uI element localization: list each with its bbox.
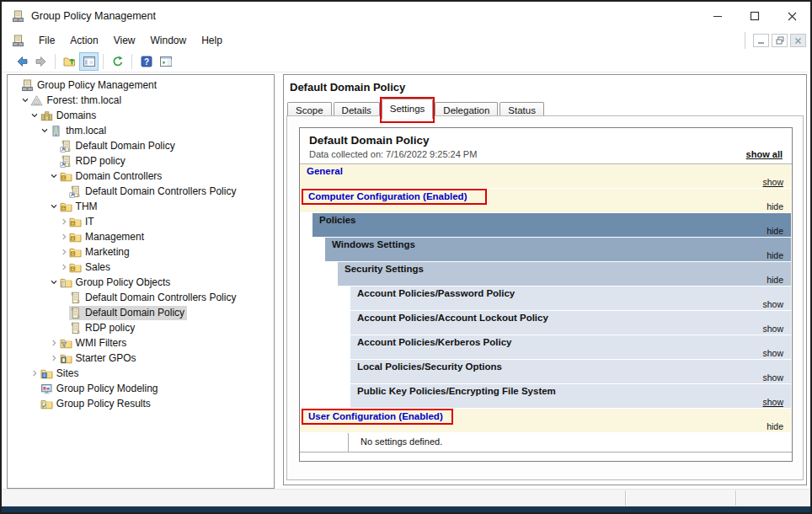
gp-results-folder-icon (40, 398, 54, 410)
chevron-down-icon[interactable] (49, 170, 60, 182)
maximize-button[interactable] (736, 2, 773, 30)
wmi-folder-icon (60, 337, 73, 350)
tree-item[interactable]: Group Policy Management (8, 78, 274, 93)
hide-link[interactable]: hide (767, 226, 783, 236)
menu-help[interactable]: Help (194, 31, 230, 50)
tree-item[interactable]: WMI Filters (8, 335, 274, 351)
hide-link[interactable]: hide (767, 201, 783, 211)
gpmc-app-icon (12, 10, 24, 23)
window-controls (699, 2, 810, 30)
chevron-right-icon[interactable] (29, 367, 40, 379)
tree-item-label: Domains (56, 110, 96, 121)
tree-item[interactable]: Sales (8, 260, 274, 275)
tree-item[interactable]: thm.local (8, 123, 274, 138)
chevron-right-icon[interactable] (49, 337, 60, 349)
toolbar-separator (131, 54, 132, 69)
chevron-right-icon[interactable] (58, 261, 69, 273)
tree-item[interactable]: Default Domain Policy (8, 138, 274, 153)
section-label[interactable]: General (307, 166, 343, 176)
toolbar: ? (2, 51, 810, 72)
status-bar-divider (735, 490, 736, 506)
report-section: Policieshide (300, 213, 792, 238)
tree-item-label: thm.local (66, 125, 106, 137)
section-band: Local Policies/Security Optionsshow (350, 360, 791, 383)
show-link[interactable]: show (762, 348, 783, 358)
close-button[interactable] (773, 2, 810, 30)
hide-link[interactable]: hide (767, 250, 783, 260)
window-bottom-edge (2, 506, 810, 512)
chevron-right-icon[interactable] (58, 246, 69, 258)
tree-item[interactable]: Management (8, 229, 274, 244)
section-band: Account Policies/Kerberos Policyshow (350, 335, 791, 359)
tree-item[interactable]: Default Domain Controllers Policy (8, 290, 274, 305)
back-button[interactable] (12, 52, 31, 71)
chevron-right-icon[interactable] (58, 216, 69, 228)
tree-item-label: Default Domain Policy (85, 307, 184, 319)
up-one-level-button[interactable] (60, 52, 79, 71)
tree-item[interactable]: Default Domain Controllers Policy (8, 184, 274, 199)
section-label[interactable]: Computer Configuration (Enabled) (307, 190, 487, 205)
menu-action[interactable]: Action (62, 31, 105, 50)
report-section: Generalshow (300, 164, 792, 189)
tree-item[interactable]: Group Policy Objects (8, 275, 274, 290)
report-section: User Configuration (Enabled)hide (300, 409, 792, 433)
gpo-link-icon (60, 140, 73, 153)
chevron-right-icon[interactable] (49, 352, 60, 364)
chevron-down-icon[interactable] (19, 94, 30, 106)
tree-item[interactable]: THM (8, 199, 274, 214)
section-label[interactable]: User Configuration (Enabled) (307, 410, 453, 425)
tree-item[interactable]: Group Policy Results (8, 396, 274, 411)
show-console-tree-button[interactable] (79, 52, 99, 71)
pane-splitter[interactable] (275, 74, 282, 489)
show-link[interactable]: show (762, 324, 783, 334)
minimize-button[interactable] (699, 2, 736, 30)
maximize-icon (750, 11, 760, 21)
refresh-button[interactable] (108, 52, 127, 71)
tree-item[interactable]: Sites (8, 366, 274, 381)
show-link[interactable]: show (762, 177, 783, 187)
show-link[interactable]: show (762, 299, 783, 309)
chevron-down-icon[interactable] (49, 276, 60, 288)
annotation-box: User Configuration (Enabled) (302, 409, 453, 425)
tree-item[interactable]: Group Policy Modeling (8, 381, 274, 396)
section-label: Policies (319, 215, 355, 225)
chevron-right-icon[interactable] (58, 231, 69, 243)
data-collected-text: Data collected on: 7/16/2022 9:25:24 PM (309, 149, 477, 159)
tree-item[interactable]: Domain Controllers (8, 169, 274, 184)
show-all-link[interactable]: show all (746, 149, 783, 159)
menu-file[interactable]: File (31, 31, 62, 50)
tree-item[interactable]: IT (8, 214, 274, 229)
tree-item-label: Group Policy Objects (76, 276, 171, 288)
domain-icon (50, 125, 63, 137)
forward-button[interactable] (31, 52, 51, 71)
tree-item[interactable]: RDP policy (8, 153, 274, 169)
tree-item-label: WMI Filters (76, 337, 127, 349)
forest-icon (30, 94, 44, 107)
help-button[interactable]: ? (136, 52, 156, 71)
child-close-button[interactable] (790, 34, 806, 47)
tree-item[interactable]: RDP policy (8, 320, 274, 335)
tree-item[interactable]: Forest: thm.local (8, 93, 274, 108)
status-bar-divider (625, 490, 626, 506)
menu-view[interactable]: View (106, 31, 143, 50)
chevron-down-icon[interactable] (29, 110, 40, 121)
settings-report: Default Domain Policy Data collected on:… (299, 127, 793, 462)
hide-link[interactable]: hide (767, 275, 783, 285)
tree-item[interactable]: Domains (8, 108, 274, 123)
tree-item[interactable]: Starter GPOs (8, 351, 274, 366)
hide-link[interactable]: hide (767, 421, 783, 431)
show-action-pane-button[interactable] (156, 52, 175, 71)
tree-item-label: Sales (85, 261, 110, 273)
tab-settings[interactable]: Settings (382, 99, 434, 119)
child-restore-button[interactable] (772, 34, 788, 47)
section-label: Local Policies/Security Options (357, 361, 502, 372)
chevron-down-icon[interactable] (49, 201, 60, 212)
tree-item[interactable]: Default Domain Policy (8, 305, 274, 320)
chevron-down-icon[interactable] (39, 125, 50, 137)
show-link[interactable]: show (762, 372, 783, 383)
child-minimize-button[interactable] (753, 34, 769, 47)
menu-window[interactable]: Window (143, 31, 195, 50)
tree-item[interactable]: Marketing (8, 244, 274, 260)
show-link[interactable]: show (762, 397, 783, 407)
report-section: Computer Configuration (Enabled)hide (300, 189, 792, 213)
